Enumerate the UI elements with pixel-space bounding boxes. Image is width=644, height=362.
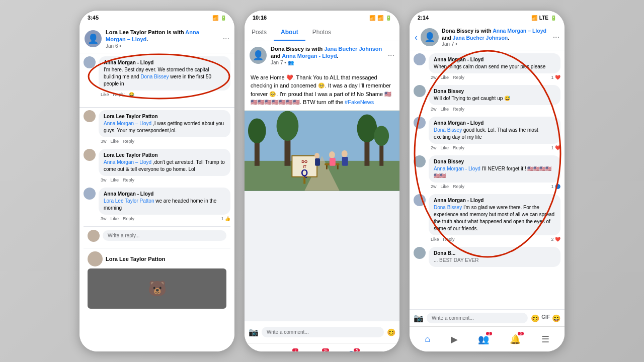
phone2-status-bar: 10:16 📶 📶 🔋 <box>245 11 399 25</box>
phone2-nav-home[interactable]: ⌂ <box>260 350 265 352</box>
phone3-emoji-icon1[interactable]: 😊 <box>531 314 539 322</box>
table-row: Dona Bissey Will do! Trying to get caugh… <box>414 85 560 114</box>
comment1-content: Anna Morgan - Lloyd I'm here. Best day e… <box>99 56 230 99</box>
phone3-comment4-content: Dona Bissey Anna Morgan - Lloyd I'll NEV… <box>429 155 560 191</box>
phone2-comment-input[interactable]: Write a comment... <box>262 327 384 337</box>
main-container: 3:45 📶 🔋 👤 Lora Lee Taylor Patton is wit… <box>0 0 644 362</box>
phone-3: 2:14 📶 LTE 🔋 ‹ 👤 Dona Bissey is with Ann… <box>409 10 565 352</box>
phone3-nav-notifications[interactable]: 🔔5 <box>510 334 521 345</box>
phone3-comment4-bubble: Dona Bissey Anna Morgan - Lloyd I'll NEV… <box>429 155 560 183</box>
svg-rect-24 <box>315 158 320 165</box>
comment4-content: Anna Morgan - Lloyd Lora Lee Taylor Patt… <box>99 188 230 223</box>
phone1-more-options[interactable]: ··· <box>223 34 229 43</box>
table-row: Lora Lee Taylor Patton Anna Morgan – Llo… <box>84 110 230 146</box>
phone3-nav-menu[interactable]: ☰ <box>541 334 549 345</box>
phone3-comment3-actions: 2w Like Reply 1 ❤️ <box>429 145 560 150</box>
phone2-nav-menu[interactable]: ☰ <box>376 350 384 352</box>
svg-point-21 <box>342 150 348 157</box>
svg-point-8 <box>357 114 377 142</box>
phone2-image-inner: DO IT Q <box>245 111 399 191</box>
phone1-post-meta: Lora Lee Taylor Patton is with Anna Morg… <box>106 29 219 49</box>
svg-rect-18 <box>303 176 305 184</box>
phone3-comment-icons: 😊 GIF 😄 <box>531 314 560 322</box>
phone2-post-date: Jan 7 • 👥 <box>271 60 384 65</box>
table-row: Anna Morgan - Lloyd Dona Bissey I'm so g… <box>414 194 560 244</box>
phone3-comment3-author: Anna Morgan - Lloyd <box>434 120 555 127</box>
phone1-next-post-avatar <box>88 251 103 266</box>
phone1-next-post-header: Lora Lee Taylor Patton <box>84 251 230 266</box>
phone3-nav-home[interactable]: ⌂ <box>425 334 430 344</box>
comment4-avatar <box>84 188 96 200</box>
comment4-actions: 3w Like Reply 1 👍 <box>99 216 230 221</box>
phone3-gif-icon[interactable]: GIF <box>541 314 550 322</box>
table-row: Dona B... ... BEST DAY EVER <box>414 247 560 268</box>
phone3-camera-icon[interactable]: 📷 <box>414 313 424 323</box>
comment4-bubble: Anna Morgan - Lloyd Lora Lee Taylor Patt… <box>99 188 230 215</box>
phone3-status-icons: 📶 LTE 🔋 <box>531 15 556 21</box>
phone3-comment2-author: Dona Bissey <box>434 88 555 95</box>
phone3-bottom-nav: ⌂ ▶ 👥2 🔔5 ☰ <box>410 326 565 351</box>
comment1-avatar <box>84 56 96 68</box>
tab-posts[interactable]: Posts <box>245 25 274 41</box>
phone2-more-options[interactable]: ··· <box>388 51 394 60</box>
phone3-time: 2:14 <box>418 15 429 21</box>
phone3-content: Anna Morgan - Lloyd When things calm dow… <box>410 50 565 275</box>
phone3-write-comment: 📷 Write a comment... 😊 GIF 😄 <box>410 309 565 326</box>
svg-point-4 <box>248 118 266 143</box>
phone3-back-button[interactable]: ‹ <box>415 32 418 43</box>
phone3-comment2-avatar <box>414 85 426 97</box>
table-row: Dona Bissey Anna Morgan - Lloyd I'll NEV… <box>414 155 560 191</box>
phone3-comment1-actions: 2w Like Reply 1 ❤️ <box>429 75 560 80</box>
comment2-actions: 3w Like Reply <box>99 139 230 144</box>
tab-photos[interactable]: Photos <box>305 25 338 41</box>
table-row: Anna Morgan - Lloyd When things calm dow… <box>414 53 560 82</box>
phone3-emoji-icon2[interactable]: 😄 <box>552 314 560 322</box>
table-row: Anna Morgan - Lloyd Lora Lee Taylor Patt… <box>84 188 230 223</box>
phone3-nav-friends[interactable]: 👥2 <box>478 334 489 345</box>
svg-point-6 <box>277 111 299 141</box>
phone2-emoji-icon[interactable]: 😊 <box>387 328 395 336</box>
phone3-comment-input[interactable]: Write a comment... <box>427 313 528 323</box>
phone2-content: 👤 Dona Bissey is with Jana Bucher Johnso… <box>245 41 399 321</box>
phone3-nav-video[interactable]: ▶ <box>451 334 458 345</box>
tab-about[interactable]: About <box>274 25 305 41</box>
hashtag-fakenews[interactable]: #FakeNews <box>345 99 374 105</box>
phone1-reply-avatar <box>88 230 100 242</box>
phone3-status-bar: 2:14 📶 LTE 🔋 <box>410 11 565 25</box>
phone2-tabs: Posts About Photos <box>245 25 399 41</box>
comment3-author: Lora Lee Taylor Patton <box>104 152 225 159</box>
phone2-nav-watch[interactable]: 📺9+ <box>315 350 326 352</box>
svg-point-10 <box>374 126 389 146</box>
comment2-avatar <box>84 110 96 122</box>
svg-point-23 <box>314 153 319 159</box>
phone3-more-options[interactable]: ··· <box>553 33 559 42</box>
phone1-highlighted-comment: Anna Morgan - Lloyd I'm here. Best day e… <box>79 53 234 105</box>
comment1-author: Anna Morgan - Lloyd <box>104 59 225 66</box>
comment4-author: Anna Morgan - Lloyd <box>104 191 225 198</box>
svg-rect-20 <box>330 158 336 166</box>
phone2-poster-avatar: 👤 <box>250 47 267 64</box>
phone2-bottom-nav: ⌂ 👥2 📺9+ 👤5 ☰ <box>245 343 399 352</box>
phone2-write-comment: 📷 Write a comment... 😊 <box>245 321 399 343</box>
phone2-camera-icon[interactable]: 📷 <box>249 327 259 337</box>
phone1-next-post-preview: Lora Lee Taylor Patton 🐻 <box>84 248 230 314</box>
phone2-nav-friends[interactable]: 👥2 <box>284 350 295 352</box>
phone3-comment3-bubble: Anna Morgan - Lloyd Dona Bissey good luc… <box>429 117 560 144</box>
phone3-comment2-content: Dona Bissey Will do! Trying to get caugh… <box>429 85 560 114</box>
phone1-reply-input[interactable]: Write a reply... <box>103 230 226 241</box>
phone3-comment4-avatar <box>414 155 426 167</box>
phone2-comment-icons: 😊 <box>387 328 395 336</box>
phone2-time: 10:16 <box>253 15 267 21</box>
phone3-comment5-author: Anna Morgan - Lloyd <box>434 197 555 204</box>
phone1-write-reply: Write a reply... <box>84 226 230 245</box>
phone2-post-image: DO IT Q <box>245 111 399 191</box>
svg-text:Q: Q <box>301 167 308 177</box>
phone-2: 10:16 📶 📶 🔋 Posts About Photos 👤 <box>244 10 400 352</box>
comment2-bubble: Lora Lee Taylor Patton Anna Morgan – Llo… <box>99 110 230 137</box>
svg-rect-12 <box>326 165 328 169</box>
phone3-comment5-content: Anna Morgan - Lloyd Dona Bissey I'm so g… <box>429 194 560 244</box>
phone2-nav-groups[interactable]: 👤5 <box>346 350 357 352</box>
phone2-post-card: 👤 Dona Bissey is with Jana Bucher Johnso… <box>245 41 399 191</box>
phone3-comments-section: Anna Morgan - Lloyd When things calm dow… <box>410 50 565 275</box>
phone1-video-thumb: 🐻 <box>88 268 226 309</box>
